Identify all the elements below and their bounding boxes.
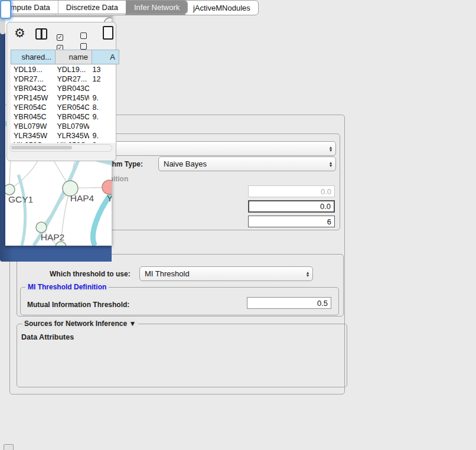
table-cell[interactable]: YIL052C — [54, 141, 89, 143]
table-cell[interactable]: YBR043C — [54, 84, 89, 93]
tab-jactivemnodules[interactable]: jActiveMNodules — [185, 1, 258, 15]
which-threshold-select[interactable]: MI Threshold ▴▾ — [139, 266, 313, 281]
table-row[interactable]: YBR043CYBR043C — [11, 84, 116, 93]
table-cell[interactable]: 8. — [89, 103, 116, 112]
table-panel: Table Panel ⚙✓✓ shared...nameA YDL19...Y… — [0, 0, 112, 181]
tab-discretize-data[interactable]: Discretize Data — [58, 1, 126, 14]
network-node-y[interactable] — [102, 180, 112, 194]
show-checked-columns-icon[interactable]: ✓✓ — [57, 31, 65, 52]
cyni-mode-tabs: Impute DataDiscretize DataInfer Network — [0, 0, 188, 14]
table-row[interactable]: YIL052CYIL052C9. — [11, 141, 116, 143]
table-horizontal-scrollbar[interactable] — [9, 144, 112, 152]
column-header-shared[interactable]: shared... — [11, 50, 56, 64]
which-threshold-label: Which threshold to use: — [50, 270, 131, 278]
table-cell[interactable]: YBL079W — [11, 122, 54, 131]
node-label-hap2: HAP2 — [41, 232, 65, 242]
table-cell[interactable]: YPR145W — [54, 93, 89, 103]
table-cell[interactable]: 13 — [89, 65, 116, 74]
table-row[interactable]: YBL079WYBL079W — [11, 122, 116, 131]
mi-algorithm-type-value: Naive Bayes — [159, 159, 326, 168]
mi-threshold-label: Mutual Information Threshold: — [27, 301, 129, 309]
table-cell[interactable]: YER054C — [11, 103, 54, 112]
table-cell[interactable]: YDR27... — [11, 74, 54, 84]
node-label-hap4: HAP4 — [70, 193, 94, 203]
mi-threshold-definition-legend: MI Threshold Definition — [25, 283, 109, 291]
settings-gear-icon[interactable]: ⚙ — [14, 26, 25, 40]
table-cell[interactable]: YDL19... — [11, 65, 54, 74]
focused-combo-fragment[interactable] — [0, 0, 11, 19]
table-cell[interactable] — [89, 122, 116, 131]
kernel-width-field[interactable] — [248, 185, 335, 197]
network-node-gcy1[interactable] — [5, 184, 15, 195]
table-cell[interactable]: 12 — [89, 74, 116, 84]
table-row[interactable]: YER054CYER054C8. — [11, 103, 116, 112]
table-cell[interactable]: YBR045C — [11, 112, 54, 122]
column-layout-icon[interactable] — [35, 28, 47, 40]
node-table: ⚙✓✓ shared...nameA YDL19...YDL19...13YDR… — [6, 22, 116, 161]
new-table-icon[interactable] — [103, 26, 113, 40]
table-cell[interactable]: YDR27... — [54, 74, 89, 84]
table-cell[interactable]: 9. — [89, 112, 116, 122]
table-cell[interactable]: YER054C — [54, 103, 89, 112]
mi-threshold-field[interactable] — [247, 297, 331, 309]
table-cell[interactable]: 9. — [89, 93, 116, 103]
which-threshold-value: MI Threshold — [140, 269, 303, 278]
table-cell[interactable]: YBL079W — [54, 122, 89, 131]
mi-algorithm-type-select[interactable]: Naive Bayes ▴▾ — [158, 156, 336, 171]
column-header-a[interactable]: A — [92, 50, 119, 64]
table-cell[interactable]: YLR345W — [54, 131, 89, 141]
table-cell[interactable]: YDL19... — [54, 65, 89, 74]
table-cell[interactable]: YBR045C — [54, 112, 89, 122]
hide-columns-icon[interactable] — [80, 31, 89, 52]
table-row[interactable]: YLR345WYLR345W9. — [11, 131, 116, 141]
column-header-name[interactable]: name — [56, 50, 92, 64]
table-cell[interactable]: YPR145W — [11, 93, 54, 103]
collapse-down-icon[interactable]: ▼ — [129, 319, 136, 328]
network-edge — [18, 175, 25, 246]
tab-label: Impute Data — [8, 3, 50, 12]
table-rows: YDL19...YDL19...13YDR27...YDR27...12YBR0… — [11, 65, 116, 143]
sources-legend: Sources for Network Inference ▼ — [22, 319, 138, 328]
table-cell[interactable] — [89, 84, 116, 93]
stepper-arrows-icon[interactable]: ▴▾ — [326, 142, 335, 155]
stepper-arrows-icon[interactable]: ▴▾ — [326, 157, 335, 171]
stepper-arrows-icon[interactable]: ▴▾ — [303, 267, 312, 281]
node-label-y: Y — [107, 193, 112, 203]
data-attributes-label: Data Attributes — [21, 333, 74, 341]
node-label-gcy1: GCY1 — [8, 194, 33, 204]
minimized-panel-chip[interactable] — [4, 444, 14, 450]
table-row[interactable]: YPR145WYPR145W9. — [11, 93, 116, 103]
network-node[interactable] — [56, 242, 66, 246]
table-cell[interactable]: YBR043C — [11, 84, 54, 93]
mi-steps-field[interactable] — [248, 216, 335, 227]
table-cell[interactable]: 9. — [89, 131, 116, 141]
tab-label: Infer Network — [134, 3, 180, 12]
tab-label: jActiveMNodules — [193, 4, 250, 12]
table-row[interactable]: YDR27...YDR27...12 — [11, 74, 116, 84]
dpi-tolerance-field[interactable] — [248, 200, 335, 213]
tab-infer-network[interactable]: Infer Network — [126, 1, 187, 14]
table-row[interactable]: YDL19...YDL19...13 — [11, 65, 116, 74]
table-cell[interactable]: YIL052C — [11, 141, 54, 143]
table-cell[interactable]: YLR345W — [11, 131, 54, 141]
table-cell[interactable]: 9. — [89, 141, 116, 143]
table-row[interactable]: YBR045CYBR045C9. — [11, 112, 116, 122]
network-node-hap2[interactable] — [36, 222, 47, 233]
tab-label: Discretize Data — [66, 3, 118, 12]
table-header: shared...nameA — [11, 50, 119, 64]
